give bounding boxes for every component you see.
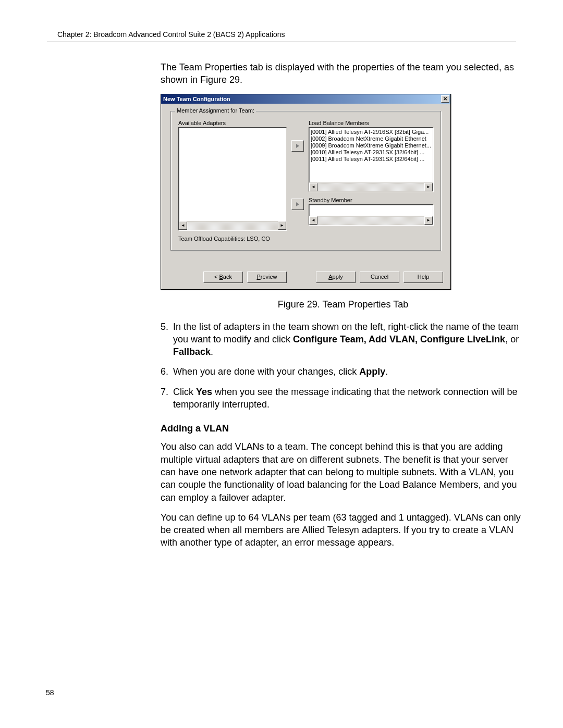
standby-member-list[interactable]: ◄ ► <box>309 204 433 225</box>
load-balance-members-list[interactable]: [0001] Allied Telesyn AT-2916SX [32bit] … <box>309 127 433 192</box>
vlan-paragraph-1: You also can add VLANs to a team. The co… <box>161 440 525 503</box>
dialog-title: New Team Configuration <box>163 96 230 102</box>
intro-paragraph: The Team Properties tab is displayed wit… <box>161 61 525 87</box>
scroll-right-icon[interactable]: ► <box>278 221 286 230</box>
figure-caption: Figure 29. Team Properties Tab <box>161 299 525 310</box>
groupbox-label: Member Assignment for Team: <box>175 107 256 114</box>
apply-button[interactable]: Apply <box>316 272 356 283</box>
scroll-right-icon[interactable]: ► <box>424 183 433 191</box>
page-number: 58 <box>46 688 54 697</box>
arrow-right-icon <box>295 202 300 207</box>
arrow-right-icon <box>295 143 300 149</box>
dialog-button-row: < Back Preview Apply Cancel Help <box>161 269 450 289</box>
scroll-track[interactable] <box>317 216 424 225</box>
scrollbar[interactable]: ◄ ► <box>309 182 433 191</box>
scroll-left-icon[interactable]: ◄ <box>179 221 187 230</box>
available-adapters-list[interactable]: ◄ ► <box>178 127 287 230</box>
preview-button[interactable]: Preview <box>247 272 287 283</box>
list-item[interactable]: [0001] Allied Telesyn AT-2916SX [32bit] … <box>311 129 431 135</box>
step-6: 6. When you are done with your changes, … <box>161 365 525 378</box>
close-icon[interactable]: ✕ <box>441 95 449 103</box>
list-item[interactable]: [0009] Broadcom NetXtreme Gigabit Ethern… <box>311 142 431 149</box>
chapter-header: Chapter 2: Broadcom Advanced Control Sui… <box>57 30 516 39</box>
scrollbar[interactable]: ◄ ► <box>179 221 286 230</box>
move-to-standby-button[interactable] <box>291 199 304 210</box>
scroll-right-icon[interactable]: ► <box>424 216 433 225</box>
vlan-paragraph-2: You can define up to 64 VLANs per team (… <box>161 511 525 549</box>
scrollbar[interactable]: ◄ ► <box>309 216 433 225</box>
scroll-left-icon[interactable]: ◄ <box>309 183 317 191</box>
move-to-load-balance-button[interactable] <box>291 140 304 152</box>
list-item[interactable]: [0011] Allied Telesyn AT-2931SX [32/64bi… <box>311 156 431 163</box>
member-assignment-groupbox: Member Assignment for Team: Available Ad… <box>170 111 441 251</box>
team-offload-capabilities: Team Offload Capabilities: LSO, CO <box>178 236 433 242</box>
step-7: 7. Click Yes when you see the message in… <box>161 386 525 411</box>
svg-marker-1 <box>296 202 299 206</box>
svg-marker-0 <box>296 144 299 148</box>
list-item[interactable]: [0010] Allied Telesyn AT-2931SX [32/64bi… <box>311 149 431 156</box>
dialog-titlebar[interactable]: New Team Configuration ✕ <box>161 94 450 104</box>
scroll-track[interactable] <box>317 183 424 191</box>
adding-vlan-heading: Adding a VLAN <box>161 423 525 434</box>
back-button[interactable]: < Back <box>203 272 243 283</box>
scroll-track[interactable] <box>187 221 278 230</box>
cancel-button[interactable]: Cancel <box>360 272 399 283</box>
help-button[interactable]: Help <box>403 272 443 283</box>
load-balance-members-label: Load Balance Members <box>309 120 433 126</box>
standby-member-label: Standby Member <box>309 197 433 203</box>
list-item[interactable]: [0002] Broadcom NetXtreme Gigabit Ethern… <box>311 135 431 142</box>
available-adapters-label: Available Adapters <box>178 120 287 126</box>
scroll-left-icon[interactable]: ◄ <box>309 216 317 225</box>
new-team-configuration-dialog: New Team Configuration ✕ Member Assignme… <box>161 94 451 290</box>
step-5: 5. In the list of adapters in the team s… <box>161 320 525 359</box>
chapter-rule <box>47 42 516 42</box>
